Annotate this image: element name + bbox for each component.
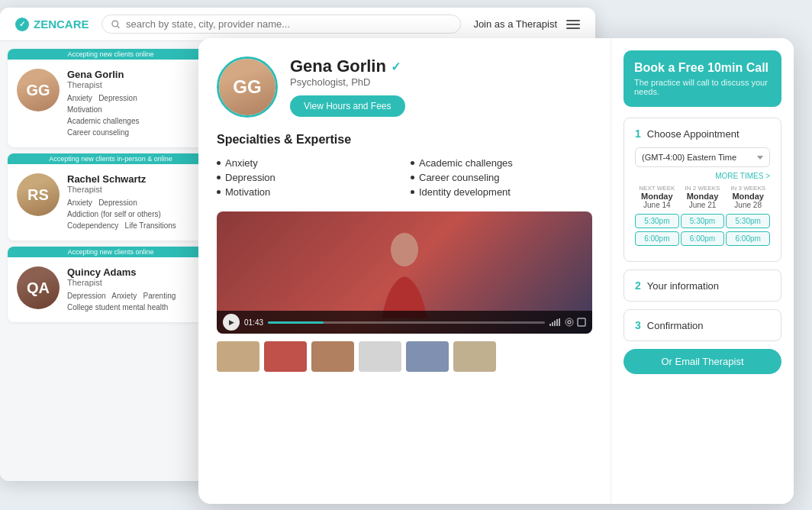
thumb-3[interactable] [311,341,354,372]
thumb-4[interactable] [359,341,401,372]
provider-tags-3: Depression Anxiety ParentingCollege stud… [67,290,205,313]
specialties-col2: Academic challenges Career counseling Id… [411,156,592,199]
specialty-anxiety: Anxiety [217,156,398,170]
slot-1-3[interactable]: 5:30pm [726,214,770,228]
video-controls: ▶ 01:43 [217,311,592,334]
slot-2-2[interactable]: 6:00pm [681,231,725,246]
step2-label: Your information [647,280,719,292]
profile-avatar-face: GG [219,59,276,115]
next-week-date: June 14 [635,201,679,209]
video-container[interactable]: ▶ 01:43 [217,211,592,334]
thumb-1[interactable] [217,341,259,372]
in2weeks-date: June 21 [681,201,725,209]
avatar-3: QA [17,266,60,309]
signal-icon [549,318,562,326]
book-card-subtitle: The practice will call to discuss your n… [634,78,771,96]
svg-rect-27 [556,319,558,326]
book-card: Book a Free 10min Call The practice will… [624,50,781,107]
card-badge-2: Accepting new clients in-person & online [8,153,214,164]
profile-header: GG Gena Gorlin ✓ Psychologist, PhD View … [217,56,592,118]
specialties-col1: Anxiety Depression Motivation [217,156,398,199]
provider-tags-1: Anxiety DepressionMotivationAcademic cha… [67,92,205,138]
specialty-depression: Depression [217,170,398,185]
step1-label: Choose Appointment [647,128,740,140]
thumb-5[interactable] [406,341,449,372]
col-header-3weeks: IN 3 WEEKS Monday June 28 [726,185,770,212]
verified-badge-icon: ✓ [391,60,401,74]
video-icons [549,318,586,327]
provider-info-3: Quincy Adams Therapist Depression Anxiet… [67,266,205,313]
slot-1-2[interactable]: 5:30pm [681,214,725,228]
video-person-svg [374,227,435,318]
thumb-2[interactable] [264,341,307,372]
top-bar-right: Join as a Therapist [473,18,580,30]
email-therapist-button[interactable]: Or Email Therapist [624,349,781,374]
provider-title-2: Therapist [67,185,205,194]
svg-rect-26 [554,321,556,326]
in3weeks-date: June 28 [726,201,770,209]
next-week-label: NEXT WEEK [635,185,679,192]
profile-avatar: GG [217,56,278,118]
svg-point-0 [111,21,118,27]
video-progress-fill [268,321,324,324]
specialties-section-title: Specialties & Expertise [217,133,592,147]
search-bar[interactable] [102,15,462,34]
profile-name: Gena Gorlin ✓ [290,56,405,76]
step1-header: 1 Choose Appointment [635,128,770,140]
video-time-label: 01:43 [244,318,263,327]
video-play-button[interactable]: ▶ [223,314,240,331]
specialty-career: Career counseling [411,170,592,185]
avatar-face-3: QA [17,266,60,309]
logo: ✓ ZENCARE [15,18,89,31]
slot-1-1[interactable]: 5:30pm [635,214,679,228]
slot-2-1[interactable]: 6:00pm [635,231,679,246]
thumbnails-row [217,341,592,372]
thumb-6[interactable] [453,341,496,372]
card-badge-3: Accepting new clients online [8,247,214,257]
provider-tags-2: Anxiety DepressionAddiction (for self or… [67,197,205,231]
logo-check: ✓ [19,20,25,28]
join-therapist-link[interactable]: Join as a Therapist [473,18,557,30]
slot-2-3[interactable]: 6:00pm [726,231,770,246]
profile-detail-window: GG Gena Gorlin ✓ Psychologist, PhD View … [198,38,794,504]
timezone-select[interactable]: (GMT-4:00) Eastern Time [635,147,770,167]
col-header-next-week: NEXT WEEK Monday June 14 [635,185,679,212]
view-hours-button[interactable]: View Hours and Fees [290,95,405,117]
specialty-academic: Academic challenges [411,156,592,170]
search-icon [111,20,120,29]
svg-rect-24 [549,324,551,326]
provider-card-1[interactable]: Accepting new clients online GG Gena Gor… [8,49,214,147]
in3weeks-label: IN 3 WEEKS [726,185,770,192]
avatar-face-1: GG [17,69,60,111]
step3-header: 3 Confirmation [635,319,770,331]
profile-name-block: Gena Gorlin ✓ Psychologist, PhD View Hou… [290,56,405,117]
fullscreen-icon[interactable] [577,318,586,327]
booking-step-2[interactable]: 2 Your information [624,270,781,302]
next-week-day: Monday [635,192,679,201]
provider-card-2[interactable]: Accepting new clients in-person & online… [8,153,214,240]
svg-rect-28 [559,318,560,326]
specialties-grid: Anxiety Depression Motivation Academic c… [217,156,592,199]
step2-num: 2 [635,279,641,292]
schedule-grid: NEXT WEEK Monday June 14 IN 2 WEEKS Mond… [635,185,770,247]
video-progress-bar[interactable] [268,321,545,324]
top-bar: ✓ ZENCARE Join as a Therapist [0,8,595,41]
step3-num: 3 [635,319,641,331]
booking-step-1: 1 Choose Appointment (GMT-4:00) Eastern … [624,118,781,262]
booking-step-3[interactable]: 3 Confirmation [624,309,781,341]
in2weeks-label: IN 2 WEEKS [681,185,725,192]
profile-left: GG Gena Gorlin ✓ Psychologist, PhD View … [198,38,611,504]
provider-title-1: Therapist [67,80,205,89]
settings-icon[interactable] [565,318,574,327]
search-input[interactable] [126,18,451,30]
svg-line-1 [117,25,119,27]
svg-point-29 [568,321,571,324]
book-card-title: Book a Free 10min Call [634,61,771,75]
hamburger-menu[interactable] [566,20,580,29]
booking-sidebar: Book a Free 10min Call The practice will… [611,38,794,504]
more-times-link[interactable]: MORE TIMES > [635,172,770,180]
avatar-face-2: RS [17,173,60,216]
provider-info-1: Gena Gorlin Therapist Anxiety Depression… [67,69,205,138]
profile-main: GG Gena Gorlin ✓ Psychologist, PhD View … [198,38,794,504]
provider-card-3[interactable]: Accepting new clients online QA Quincy A… [8,247,214,322]
